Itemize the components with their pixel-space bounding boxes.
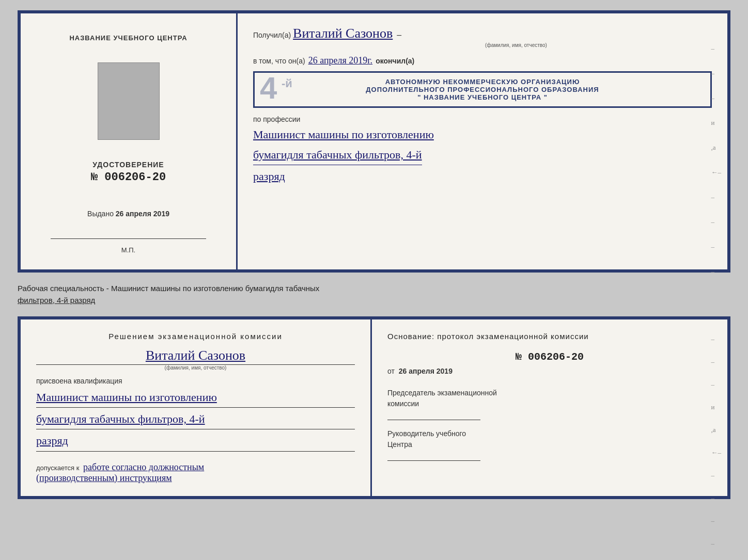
- stamp-line2: ДОПОЛНИТЕЛЬНОГО ПРОФЕССИОНАЛЬНОГО ОБРАЗО…: [262, 86, 703, 93]
- dopuskaetsya-italic2: (производственным) инструкциям: [36, 473, 172, 483]
- ot-line: от 26 апреля 2019: [387, 367, 712, 375]
- chairman-label: Председатель экзаменационной: [387, 388, 712, 398]
- chairman-label2: комиссии: [387, 398, 712, 409]
- director-label: Руководитель учебного: [387, 428, 712, 439]
- center-name-label: НАЗВАНИЕ УЧЕБНОГО ЦЕНТРА: [69, 34, 187, 42]
- vydano-date: 26 апреля 2019: [116, 210, 169, 218]
- top-left-panel: НАЗВАНИЕ УЧЕБНОГО ЦЕНТРА УДОСТОВЕРЕНИЕ №…: [21, 13, 238, 269]
- chairman-line: [387, 420, 480, 420]
- description-text: Рабочая специальность - Машинист машины …: [18, 283, 730, 306]
- profession-line3: разряд: [253, 167, 712, 185]
- chairman-block: Председатель экзаменационной комиссии: [387, 388, 712, 420]
- dash-separator: –: [397, 30, 401, 40]
- protocol-number: № 006206-20: [387, 351, 712, 363]
- photo-placeholder: [98, 62, 160, 140]
- udostoverenie-number: № 006206-20: [91, 171, 166, 184]
- stamp-й-digit: -й: [282, 77, 292, 90]
- po-professii-label: по профессии: [253, 115, 712, 123]
- bottom-name-block: Виталий Сазонов (фамилия, имя, отчество): [36, 348, 355, 371]
- resheniem-title: Решением экзаменационной комиссии: [36, 332, 355, 341]
- director-line: [387, 460, 480, 461]
- poluchil-line: Получил(а) Виталий Сазонов –: [253, 26, 712, 41]
- profession-line1: Машинист машины по изготовлению: [253, 125, 712, 143]
- name-hint-top: (фамилия, имя, отчество): [320, 42, 712, 48]
- ot-date: 26 апреля 2019: [399, 367, 453, 375]
- udostoverenie-block: УДОСТОВЕРЕНИЕ № 006206-20: [91, 161, 166, 184]
- mp-label: М.П.: [31, 241, 226, 254]
- bottom-name-hint: (фамилия, имя, отчество): [36, 364, 355, 371]
- description-block: Рабочая специальность - Машинист машины …: [18, 281, 730, 308]
- prisvoyena-label: присвоена квалификация: [36, 377, 355, 385]
- right-dashes-top: – – – и ,а ←– – – – –: [711, 44, 722, 276]
- udostoverenie-title: УДОСТОВЕРЕНИЕ: [91, 161, 166, 169]
- stamp-4-digit: 4: [260, 73, 277, 104]
- osnovanie-title: Основание: протокол экзаменационной коми…: [387, 332, 712, 341]
- profession-line2: бумагидля табачных фильтров, 4-й: [253, 146, 422, 165]
- director-label2: Центра: [387, 439, 712, 450]
- qualification-line1: Машинист машины по изготовлению: [36, 388, 355, 406]
- handwritten-date-top: 26 апреля 2019г.: [308, 55, 373, 66]
- stamp-block: 4 -й АВТОНОМНУЮ НЕКОММЕРЧЕСКУЮ ОРГАНИЗАЦ…: [253, 71, 712, 108]
- stamp-line1: АВТОНОМНУЮ НЕКОММЕРЧЕСКУЮ ОРГАНИЗАЦИЮ: [262, 78, 703, 86]
- qualification-line3: разряд: [36, 431, 355, 450]
- handwritten-name-top: Виталий Сазонов: [293, 26, 393, 41]
- top-document: НАЗВАНИЕ УЧЕБНОГО ЦЕНТРА УДОСТОВЕРЕНИЕ №…: [18, 10, 730, 273]
- poluchil-prefix: Получил(а): [253, 31, 291, 39]
- bottom-document: Решением экзаменационной комиссии Витали…: [18, 316, 730, 499]
- vtom-line: в том, что он(а) 26 апреля 2019г. окончи…: [253, 55, 712, 66]
- description-prefix: Рабочая специальность - Машинист машины …: [18, 284, 319, 293]
- okончил-label: окончил(а): [376, 57, 414, 65]
- stamp-line3: " НАЗВАНИЕ УЧЕБНОГО ЦЕНТРА ": [262, 93, 703, 101]
- ot-prefix: от: [387, 367, 395, 375]
- right-dashes-bottom: – – – и ,а ←– – – – –: [711, 335, 722, 548]
- bottom-right-panel: Основание: протокол экзаменационной коми…: [372, 319, 727, 496]
- vydano-label: Выдано: [87, 210, 114, 218]
- qualification-line2: бумагидля табачных фильтров, 4-й: [36, 410, 355, 428]
- description-underlined: фильтров, 4-й разряд: [18, 296, 95, 305]
- dopuskaetsya-italic1: работе согласно должностным: [83, 462, 204, 472]
- dopuskaetsya-line: допускается к работе согласно должностны…: [36, 462, 355, 484]
- top-right-panel: Получил(а) Виталий Сазонов – (фамилия, и…: [238, 13, 727, 269]
- vtom-prefix: в том, что он(а): [253, 57, 305, 65]
- bottom-left-panel: Решением экзаменационной комиссии Витали…: [21, 319, 372, 496]
- director-block: Руководитель учебного Центра: [387, 428, 712, 461]
- dopuskaetsya-prefix: допускается к: [36, 464, 79, 472]
- bottom-handwritten-name: Виталий Сазонов: [36, 348, 355, 363]
